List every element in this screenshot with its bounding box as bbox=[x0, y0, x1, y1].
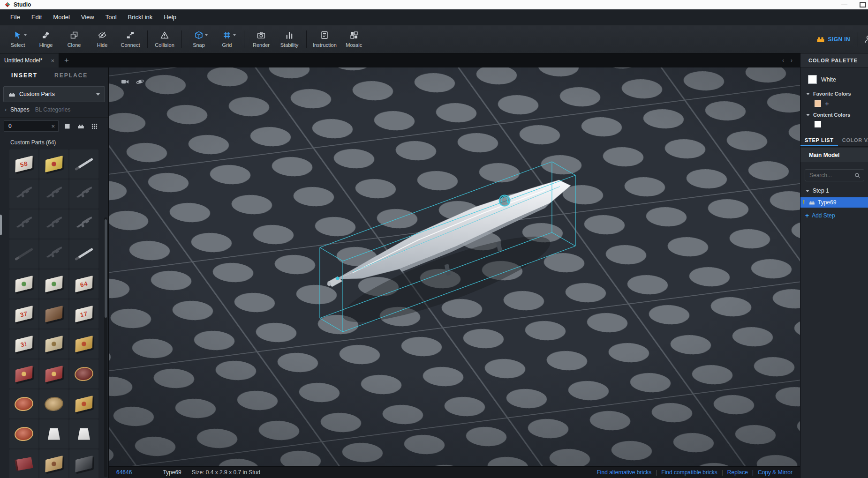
sign-in-button[interactable]: SIGN IN bbox=[816, 35, 850, 44]
part-thumb-6[interactable] bbox=[69, 179, 98, 209]
wishlist-icon[interactable] bbox=[864, 35, 868, 44]
menu-view[interactable]: View bbox=[75, 9, 100, 25]
part-thumb-21[interactable] bbox=[69, 329, 98, 358]
minimize-button[interactable]: — bbox=[841, 0, 847, 9]
tab-close-icon[interactable]: × bbox=[51, 57, 54, 64]
part-thumb-12[interactable] bbox=[69, 239, 98, 269]
menu-help[interactable]: Help bbox=[158, 9, 182, 25]
view-grid-icon[interactable] bbox=[89, 121, 99, 131]
part-thumb-18[interactable]: 17 bbox=[69, 299, 98, 329]
part-thumb-8[interactable] bbox=[39, 209, 68, 239]
new-tab-button[interactable]: + bbox=[59, 53, 74, 67]
part-thumb-14[interactable] bbox=[39, 269, 68, 299]
status-link-copy-mirror[interactable]: Copy & Mirror bbox=[758, 469, 793, 476]
part-thumb-29[interactable] bbox=[39, 419, 68, 448]
menu-file[interactable]: File bbox=[5, 9, 26, 25]
part-thumb-23[interactable] bbox=[39, 359, 68, 388]
tab-nav-next-icon[interactable]: › bbox=[791, 57, 793, 64]
part-thumb-3[interactable] bbox=[69, 149, 98, 179]
part-thumb-19[interactable]: 3! bbox=[9, 329, 38, 358]
step-item-type69[interactable]: ! Type69 bbox=[800, 197, 868, 208]
part-id-link[interactable]: 64646 bbox=[116, 469, 132, 476]
toolbar-hinge-button[interactable]: Hinge bbox=[32, 25, 60, 53]
status-link-find-alternative-bricks[interactable]: Find alternative bricks bbox=[596, 469, 651, 476]
toolbar-mosaic-button[interactable]: Mosaic bbox=[340, 25, 368, 53]
menu-tool[interactable]: Tool bbox=[100, 9, 122, 25]
tab-step-list[interactable]: STEP LIST bbox=[800, 134, 838, 146]
menu-edit[interactable]: Edit bbox=[26, 9, 47, 25]
restore-button[interactable] bbox=[860, 2, 866, 7]
toolbar-separator bbox=[244, 30, 244, 48]
content-color-swatch[interactable] bbox=[815, 121, 821, 127]
scrollbar-thumb[interactable] bbox=[105, 219, 107, 318]
part-thumb-13[interactable] bbox=[9, 269, 38, 299]
model-selector[interactable]: Main Model bbox=[800, 148, 868, 162]
step-group-header[interactable]: Step 1 bbox=[800, 181, 868, 194]
favorite-colors-header[interactable]: Favorite Colors bbox=[800, 86, 868, 97]
panel-collapse-handle[interactable] bbox=[0, 215, 2, 235]
part-thumb-16[interactable]: 37 bbox=[9, 299, 38, 329]
part-thumb-31[interactable] bbox=[9, 449, 38, 478]
step-search-input[interactable] bbox=[808, 172, 852, 179]
subnav-bl-categories[interactable]: BL Categories bbox=[35, 106, 71, 113]
view-brick-icon[interactable] bbox=[75, 121, 86, 131]
part-thumb-20[interactable] bbox=[39, 329, 68, 358]
orbit-icon[interactable] bbox=[136, 78, 144, 86]
part-thumb-27[interactable] bbox=[69, 389, 98, 418]
rotate-handle-icon[interactable] bbox=[499, 195, 510, 206]
part-thumb-9[interactable] bbox=[69, 209, 98, 239]
toolbar-instruction-button[interactable]: Instruction bbox=[309, 25, 340, 53]
part-thumb-10[interactable] bbox=[9, 239, 38, 269]
part-thumb-1[interactable]: 58 bbox=[9, 149, 38, 179]
part-thumb-2[interactable] bbox=[39, 149, 68, 179]
tab-replace[interactable]: REPLACE bbox=[54, 72, 88, 79]
part-thumb-26[interactable] bbox=[39, 389, 68, 418]
camera-icon[interactable] bbox=[121, 78, 129, 86]
add-favorite-color-button[interactable]: + bbox=[825, 100, 829, 107]
add-step-button[interactable]: + Add Step bbox=[800, 208, 868, 219]
clear-search-icon[interactable]: × bbox=[51, 123, 55, 130]
part-thumb-7[interactable] bbox=[9, 209, 38, 239]
tab-nav-prev-icon[interactable]: ‹ bbox=[782, 57, 784, 64]
menu-model[interactable]: Model bbox=[47, 9, 75, 25]
toolbar-select-button[interactable]: Select bbox=[4, 25, 32, 53]
toolbar-render-button[interactable]: Render bbox=[247, 25, 275, 53]
toolbar-collision-button[interactable]: Collision bbox=[151, 25, 179, 53]
selected-model[interactable] bbox=[109, 67, 800, 466]
parts-search-input[interactable] bbox=[8, 122, 51, 130]
part-thumb-5[interactable] bbox=[39, 179, 68, 209]
toolbar-connect-button[interactable]: Connect bbox=[116, 25, 144, 53]
current-color-row[interactable]: White bbox=[800, 68, 868, 86]
part-thumb-24[interactable] bbox=[69, 359, 98, 388]
part-thumb-17[interactable] bbox=[39, 299, 68, 329]
favorite-color-swatch[interactable] bbox=[815, 100, 821, 107]
tab-insert[interactable]: INSERT bbox=[11, 72, 38, 79]
part-thumb-30[interactable] bbox=[69, 419, 98, 448]
content-colors-header[interactable]: Content Colors bbox=[800, 107, 868, 118]
part-thumb-28[interactable] bbox=[9, 419, 38, 448]
tab-color-validator[interactable]: COLOR VA bbox=[838, 134, 868, 146]
tab-untitled-model[interactable]: Untitled Model* × bbox=[0, 53, 59, 67]
status-link-replace[interactable]: Replace bbox=[727, 469, 748, 476]
part-thumb-32[interactable] bbox=[39, 449, 68, 478]
current-color-swatch[interactable] bbox=[808, 75, 817, 84]
part-thumb-4[interactable] bbox=[9, 179, 38, 209]
toolbar-stability-button[interactable]: Stability bbox=[275, 25, 303, 53]
part-thumb-25[interactable] bbox=[9, 389, 38, 418]
viewport-3d[interactable] bbox=[109, 67, 800, 466]
toolbar-grid-button[interactable]: Grid bbox=[213, 25, 241, 53]
status-link-find-compatible-bricks[interactable]: Find compatible bricks bbox=[661, 469, 717, 476]
toolbar-clone-button[interactable]: Clone bbox=[60, 25, 88, 53]
category-dropdown[interactable]: Custom Parts bbox=[3, 86, 105, 102]
view-large-icon[interactable] bbox=[62, 121, 72, 131]
part-thumb-33[interactable] bbox=[69, 449, 98, 478]
part-blade-shape bbox=[75, 247, 93, 261]
part-thumb-11[interactable] bbox=[39, 239, 68, 269]
part-thumb-15[interactable]: 64 bbox=[69, 269, 98, 299]
parts-scrollbar[interactable] bbox=[104, 217, 107, 477]
subnav-shapes[interactable]: Shapes bbox=[10, 106, 30, 113]
toolbar-hide-button[interactable]: Hide bbox=[88, 25, 116, 53]
part-thumb-22[interactable] bbox=[9, 359, 38, 388]
toolbar-snap-button[interactable]: Snap bbox=[185, 25, 213, 53]
menu-bricklink[interactable]: BrickLink bbox=[122, 9, 159, 25]
